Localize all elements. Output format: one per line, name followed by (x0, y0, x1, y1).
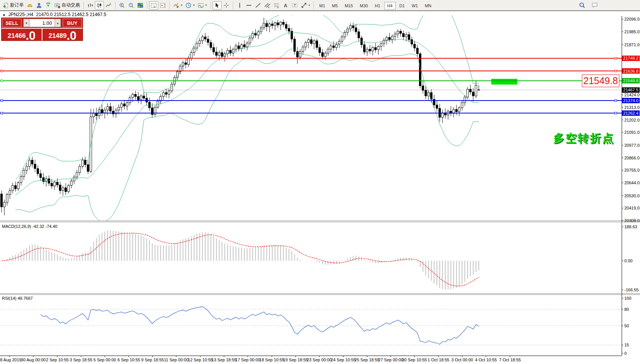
chart-shift-button[interactable] (158, 1, 167, 10)
text-label-button[interactable]: T (290, 1, 299, 10)
timeframe-button-D1[interactable]: D1 (396, 2, 408, 10)
time-axis-label: 28 Aug 2019 (0, 358, 21, 362)
periods-button[interactable]: ▾ (184, 1, 196, 10)
macd-axis-tick: 0.00 (624, 258, 632, 263)
line-handle (1, 99, 3, 101)
sell-button[interactable]: SELL (2, 19, 21, 27)
time-axis-label: 27 Sep 00:00 (378, 358, 403, 362)
gold-bar-icon (27, 2, 33, 8)
tile-windows-button[interactable] (136, 1, 145, 10)
vertical-line-button[interactable] (235, 1, 244, 10)
chart-canvas[interactable]: 22096.021985.021871.021424.021313.021202… (0, 0, 640, 364)
timeframe-button-M5[interactable]: M5 (329, 2, 341, 10)
arrows-button[interactable]: ▾ (299, 1, 312, 10)
line-handle (1, 112, 3, 114)
symbols-button[interactable] (25, 1, 34, 10)
price-label-text: 21262.4 (623, 111, 638, 115)
candlestick-chart-icon (96, 2, 102, 8)
zoom-in-icon (119, 2, 125, 8)
one-click-trading-panel: SELL ▼ 1.00 ▲ BUY 21466 .0 21489 .0 (2, 18, 83, 41)
horizontal-line-button[interactable] (244, 1, 253, 10)
autotrading-button[interactable]: 自动交易 (53, 1, 81, 10)
sell-price[interactable]: 21466 .0 (2, 29, 42, 41)
autotrading-label: 自动交易 (62, 2, 80, 8)
svg-text:21091.0: 21091.0 (624, 130, 640, 135)
signals-button[interactable] (44, 1, 53, 10)
rsi-axis-tick: 50 (624, 323, 629, 328)
svg-text:21985.0: 21985.0 (624, 29, 640, 34)
macd-axis-tick: 188.63 (624, 224, 637, 229)
time-axis-label: 4 Oct 10:55 (475, 358, 497, 362)
templates-button[interactable]: ▾ (196, 1, 208, 10)
zoom-in-button[interactable] (117, 1, 127, 10)
time-axis-label: 25 Sep 18:55 (354, 358, 379, 362)
svg-text:F: F (278, 6, 279, 8)
trendline-button[interactable] (253, 1, 263, 10)
zoom-out-button[interactable] (127, 1, 136, 10)
candlestick-chart-button[interactable] (95, 1, 104, 10)
vertical-line-icon (237, 2, 243, 8)
crosshair-icon (223, 2, 229, 8)
buy-price[interactable]: 21489 .0 (42, 29, 83, 41)
auto-scroll-icon (151, 2, 157, 8)
timeframe-button-M15[interactable]: M15 (342, 2, 356, 10)
svg-text:20419.0: 20419.0 (624, 206, 640, 210)
community-button[interactable] (34, 1, 44, 10)
buy-button[interactable]: BUY (63, 19, 82, 27)
toolbar-separator (210, 2, 211, 9)
time-axis-label: 18 Sep 10:55 (259, 358, 284, 362)
line-chart-button[interactable] (104, 1, 113, 10)
indicators-button[interactable]: ▾ (172, 1, 184, 10)
rsi-axis-tick: 100 (624, 296, 631, 301)
time-axis-label: 11 Sep 00:00 (164, 358, 189, 362)
timeframe-button-M1[interactable]: M1 (316, 2, 328, 10)
collapse-trade-panel-icon[interactable]: ▲ (2, 13, 6, 16)
new-order-button[interactable]: 新订单 (1, 1, 25, 10)
time-axis-label: 12 Sep 10:55 (188, 358, 213, 362)
timeframe-button-M30[interactable]: M30 (357, 2, 371, 10)
dropdown-arrow-icon: ▾ (193, 3, 195, 7)
search-button[interactable] (577, 1, 587, 9)
time-axis-label: 1 Oct 18:55 (428, 358, 450, 362)
chat-icon (591, 2, 598, 8)
chart-header: ▲ JPN225-,H4 21470.0 21512.5 21462.5 214… (2, 12, 106, 17)
main-toolbar: 新订单 自动交易 (0, 0, 640, 11)
equidistant-channel-button[interactable]: E (263, 1, 272, 10)
crosshair-button[interactable] (222, 1, 231, 10)
mt4-window: 22096.021985.021871.021424.021313.021202… (0, 0, 640, 364)
person-icon (36, 2, 42, 8)
line-handle (1, 80, 3, 82)
highlight-zone[interactable] (491, 79, 517, 84)
timeframe-button-H4[interactable]: H4 (384, 2, 396, 10)
volume-increase-button[interactable]: ▲ (55, 19, 61, 27)
svg-text:20530.0: 20530.0 (624, 193, 640, 198)
price-text-annotation: 21549.8 (582, 75, 619, 87)
svg-text:22096.0: 22096.0 (624, 17, 640, 21)
bar-chart-button[interactable] (86, 1, 95, 10)
line-handle (615, 112, 617, 114)
radar-icon (45, 2, 51, 8)
auto-scroll-button[interactable] (149, 1, 158, 10)
equidistant-channel-icon: E (264, 2, 270, 8)
price-label-text: 21467.5 (623, 88, 638, 92)
timeframe-button-H1[interactable]: H1 (372, 2, 383, 10)
chat-button[interactable] (590, 1, 600, 9)
text-button[interactable]: A (281, 1, 290, 10)
autotrading-icon (54, 2, 60, 8)
line-handle (1, 57, 3, 59)
svg-text:T: T (294, 3, 296, 7)
volume-decrease-button[interactable]: ▼ (23, 19, 29, 27)
timeframe-toolbar: M1M5M15M30H1H4D1W1MN (316, 2, 435, 9)
timeframe-button-MN[interactable]: MN (422, 2, 434, 10)
time-axis-label: 3 Oct 00:00 (452, 358, 473, 362)
volume-stepper: ▼ 1.00 ▲ (23, 19, 61, 27)
volume-input[interactable]: 1.00 (29, 19, 55, 27)
cursor-button[interactable] (213, 1, 222, 10)
svg-text:20644.0: 20644.0 (624, 180, 640, 185)
dropdown-arrow-icon: ▾ (309, 3, 310, 7)
timeframe-button-W1[interactable]: W1 (409, 2, 421, 10)
toolbar-separator (169, 2, 170, 9)
fibonacci-button[interactable]: F (272, 1, 281, 10)
time-axis-label: 24 Sep 10:55 (331, 358, 356, 362)
chart-shift-icon (160, 2, 166, 8)
